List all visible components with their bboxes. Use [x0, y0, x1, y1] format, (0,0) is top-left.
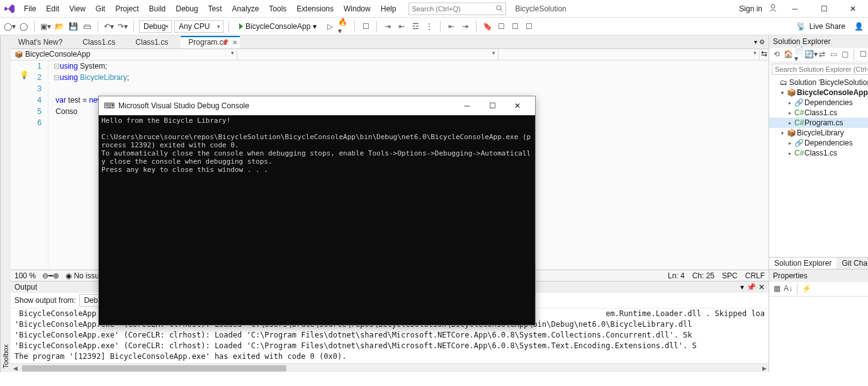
tab-class1-b[interactable]: Class1.cs: [128, 36, 181, 48]
window-close-button[interactable]: ✕: [842, 0, 864, 18]
tab-overflow-icon[interactable]: ▾ ⚙: [750, 38, 769, 45]
se-sync-icon[interactable]: 📄▾: [794, 49, 804, 59]
nav-crumb-project[interactable]: 📦 BicycleConsoleApp: [11, 49, 237, 60]
pin-icon[interactable]: 📌: [222, 39, 228, 45]
eol-mode[interactable]: CRLF: [745, 271, 765, 280]
se-icon-6[interactable]: ▭: [828, 49, 838, 59]
zoom-slider-icon[interactable]: ⊖━⊕: [42, 271, 59, 280]
props-events-icon[interactable]: ⚡: [801, 283, 811, 293]
tree-program[interactable]: ▸C#Program.cs: [769, 118, 868, 128]
debug-console-window[interactable]: ⌨ Microsoft Visual Studio Debug Console …: [98, 96, 536, 326]
console-close-button[interactable]: ✕: [505, 96, 530, 115]
start-debug-button[interactable]: BicycleConsoleApp ▾: [234, 20, 322, 33]
menu-tools[interactable]: Tools: [264, 2, 291, 16]
menu-debug[interactable]: Debug: [171, 2, 203, 16]
tab-whatsnew[interactable]: What's New?: [11, 36, 75, 48]
split-icon[interactable]: ⇆: [760, 49, 769, 60]
menu-project[interactable]: Project: [110, 2, 144, 16]
misc-icon-2[interactable]: ☐: [509, 21, 521, 32]
menu-window[interactable]: Window: [339, 2, 376, 16]
menu-extensions[interactable]: Extensions: [291, 2, 339, 16]
output-close-icon[interactable]: ✕: [758, 283, 765, 292]
misc-icon-1[interactable]: ☐: [495, 21, 507, 32]
tree-project-console[interactable]: ▾📦BicycleConsoleApp: [769, 88, 868, 98]
console-minimize-button[interactable]: ─: [454, 96, 480, 115]
console-maximize-button[interactable]: ☐: [480, 96, 505, 115]
step-icon[interactable]: ⇥: [382, 21, 393, 32]
scroll-left-icon[interactable]: ◀: [11, 364, 20, 373]
props-cat-icon[interactable]: ▦: [772, 283, 782, 293]
global-search[interactable]: [409, 3, 506, 15]
start-without-debug-icon[interactable]: ▷: [324, 21, 335, 32]
console-titlebar[interactable]: ⌨ Microsoft Visual Studio Debug Console …: [99, 96, 535, 115]
solution-tree[interactable]: 🗂Solution 'BicycleSolution' (2 of 2 proj…: [769, 76, 868, 257]
zoom-level[interactable]: 100 %: [14, 271, 36, 280]
outdent-icon[interactable]: ⇤: [446, 21, 457, 32]
nav-back-icon[interactable]: ◯▾: [4, 21, 15, 32]
undo-icon[interactable]: ↶▾: [103, 21, 115, 32]
new-project-icon[interactable]: ▣▾: [40, 21, 51, 32]
browser-icon[interactable]: ☐: [360, 21, 371, 32]
find-icon[interactable]: ☲: [410, 21, 421, 32]
se-search[interactable]: 🔍▾: [772, 64, 868, 75]
se-icon-5[interactable]: ⇄: [817, 49, 827, 59]
menu-build[interactable]: Build: [144, 2, 171, 16]
save-icon[interactable]: 💾: [67, 21, 79, 32]
step-icon-2[interactable]: ⇤: [396, 21, 407, 32]
window-maximize-button[interactable]: ☐: [813, 0, 835, 18]
output-dropdown-icon[interactable]: ▾: [740, 283, 744, 292]
search-input[interactable]: [409, 5, 495, 13]
save-all-icon[interactable]: 🗃: [81, 21, 93, 32]
se-icon-4[interactable]: 🔄▾: [806, 49, 816, 59]
platform-dropdown[interactable]: Any CPU: [174, 20, 223, 33]
output-hscroll[interactable]: ◀ ▶: [11, 363, 769, 372]
tree-deps-2[interactable]: ▸🔗Dependencies: [769, 138, 868, 148]
tree-project-library[interactable]: ▾📦BicycleLibrary: [769, 128, 868, 138]
se-icon-7[interactable]: ▢: [840, 49, 850, 59]
tree-solution-root[interactable]: 🗂Solution 'BicycleSolution' (2 of 2 proj…: [769, 77, 868, 88]
config-dropdown[interactable]: Debug: [139, 20, 172, 33]
tab-git-changes[interactable]: Git Changes: [837, 258, 868, 269]
tab-program[interactable]: Program.cs📌✕: [181, 36, 239, 48]
console-output[interactable]: Hello from the Bicycle Library! C:\Users…: [99, 115, 535, 325]
feedback-icon[interactable]: 👤: [853, 21, 864, 32]
nav-fwd-icon[interactable]: ◯: [18, 21, 29, 32]
menu-help[interactable]: Help: [376, 2, 402, 16]
toolbox-tab[interactable]: Toolbox: [0, 35, 11, 372]
props-alpha-icon[interactable]: A↓: [783, 283, 793, 293]
tab-class1-a[interactable]: Class1.cs: [75, 36, 128, 48]
nav-crumb-member[interactable]: [499, 49, 760, 60]
se-home2-icon[interactable]: 🏠: [783, 49, 793, 59]
tree-class1-a[interactable]: ▸C#Class1.cs: [769, 108, 868, 118]
tree-class1-b[interactable]: ▸C#Class1.cs: [769, 148, 868, 158]
bookmark-icon[interactable]: 🔖: [482, 21, 493, 32]
close-icon[interactable]: ✕: [232, 39, 237, 46]
signin-link[interactable]: Sign in: [739, 4, 762, 13]
tree-deps-1[interactable]: ▸🔗Dependencies: [769, 98, 868, 108]
menu-file[interactable]: File: [19, 2, 41, 16]
menu-git[interactable]: Git: [91, 2, 110, 16]
output-pin-icon[interactable]: 📌: [747, 283, 756, 292]
indent-icon[interactable]: ⇥: [459, 21, 471, 32]
scroll-right-icon[interactable]: ▶: [760, 364, 769, 373]
menu-edit[interactable]: Edit: [41, 2, 64, 16]
se-search-input[interactable]: [772, 65, 868, 73]
tab-solution-explorer[interactable]: Solution Explorer: [769, 258, 837, 269]
window-minimize-button[interactable]: ─: [784, 0, 806, 18]
open-icon[interactable]: 📂: [54, 21, 65, 32]
signin-icon[interactable]: [769, 3, 777, 14]
se-icon-8[interactable]: ☐: [858, 49, 868, 59]
menu-test[interactable]: Test: [203, 2, 227, 16]
indent-mode[interactable]: SPC: [722, 271, 738, 280]
lightbulb-icon[interactable]: 💡: [20, 69, 29, 81]
nav-crumb-namespace[interactable]: [237, 49, 499, 60]
comment-icon[interactable]: ⋮: [424, 21, 435, 32]
scroll-thumb[interactable]: [22, 365, 286, 372]
se-home-icon[interactable]: ⟲: [772, 49, 782, 59]
redo-icon[interactable]: ↷▾: [117, 21, 128, 32]
menu-analyze[interactable]: Analyze: [227, 2, 264, 16]
live-share-button[interactable]: 📡 Live Share: [791, 22, 850, 31]
misc-icon-3[interactable]: ☐: [523, 21, 534, 32]
menu-view[interactable]: View: [64, 2, 91, 16]
hot-reload-icon[interactable]: 🔥▾: [338, 21, 349, 32]
